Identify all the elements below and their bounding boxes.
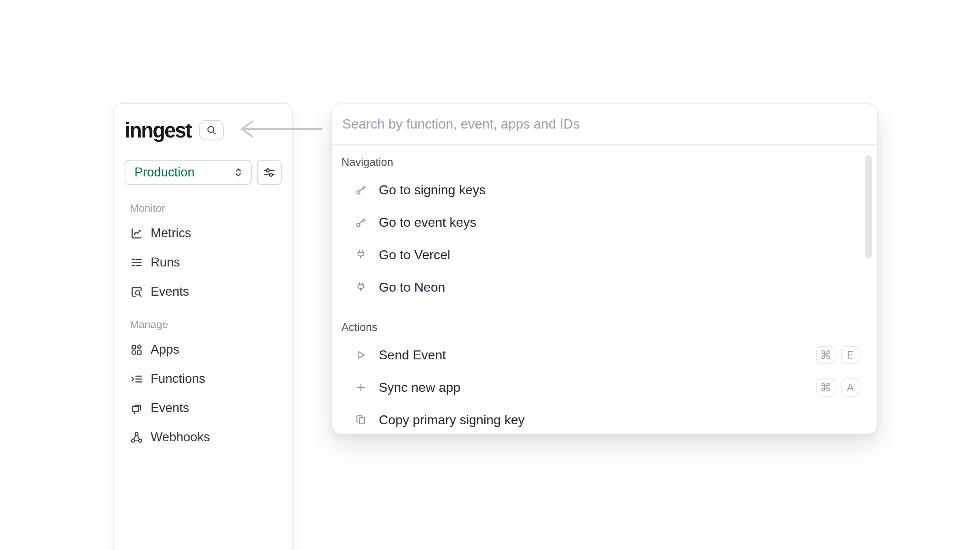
sidebar-nav: Monitor Metrics Runs	[130, 202, 282, 452]
command-palette: Navigation Go to signing keys Go to e	[331, 103, 878, 434]
section-label-manage: Manage	[130, 318, 282, 331]
palette-item-label: Go to event keys	[379, 215, 476, 230]
sidebar-item-webhooks[interactable]: Webhooks	[130, 423, 282, 452]
sidebar-item-label: Events	[151, 284, 189, 299]
group-label-actions: Actions	[341, 321, 877, 334]
environment-selected-value: Production	[134, 165, 194, 180]
environment-filter-button[interactable]	[257, 160, 282, 185]
section-label-monitor: Monitor	[130, 202, 282, 215]
chevron-updown-icon	[232, 166, 244, 178]
sidebar-item-metrics[interactable]: Metrics	[130, 219, 282, 248]
sidebar-item-runs[interactable]: Runs	[130, 248, 282, 277]
sliders-icon	[262, 165, 276, 179]
search-icon	[206, 125, 217, 136]
sidebar-item-label: Functions	[151, 372, 205, 386]
play-icon	[355, 349, 367, 361]
events-icon	[130, 402, 143, 415]
palette-item-copy-primary-signing-key[interactable]: Copy primary signing key	[332, 404, 877, 434]
palette-item-send-event[interactable]: Send Event ⌘ E	[332, 339, 877, 371]
sidebar-item-functions[interactable]: Functions	[130, 364, 282, 393]
letter-key: A	[841, 378, 859, 397]
environment-row: Production	[125, 160, 282, 185]
events-search-icon	[130, 285, 143, 299]
cmd-key: ⌘	[816, 346, 835, 364]
app-canvas: inngest Production	[0, 0, 980, 550]
sidebar-item-events-manage[interactable]: Events	[130, 393, 282, 423]
sidebar-item-label: Apps	[151, 342, 179, 357]
shortcut-keys: ⌘ E	[816, 346, 859, 364]
palette-search-input[interactable]	[341, 116, 868, 132]
metrics-icon	[130, 227, 143, 240]
plug-icon	[355, 281, 367, 293]
key-icon	[355, 184, 367, 196]
webhooks-icon	[130, 431, 143, 444]
plus-icon	[355, 382, 367, 393]
functions-icon	[130, 372, 143, 386]
palette-item-label: Go to Vercel	[379, 247, 450, 262]
plug-icon	[355, 249, 367, 260]
runs-icon	[130, 256, 143, 269]
environment-select[interactable]: Production	[125, 160, 252, 185]
palette-item-go-to-vercel[interactable]: Go to Vercel	[332, 238, 877, 271]
palette-item-label: Go to signing keys	[379, 183, 486, 198]
cmd-key: ⌘	[816, 378, 835, 397]
sidebar-item-label: Events	[151, 401, 189, 415]
sidebar-item-label: Runs	[151, 255, 180, 270]
shortcut-keys: ⌘ A	[816, 378, 859, 397]
sidebar-item-events-monitor[interactable]: Events	[130, 277, 282, 306]
palette-results: Navigation Go to signing keys Go to e	[332, 156, 877, 434]
sidebar-item-apps[interactable]: Apps	[130, 335, 282, 364]
key-icon	[355, 217, 367, 228]
sidebar: inngest Production	[113, 103, 293, 550]
palette-item-label: Send Event	[379, 348, 446, 363]
palette-scrollbar-thumb[interactable]	[865, 155, 872, 258]
letter-key: E	[841, 346, 859, 364]
callout-arrow-icon	[237, 119, 324, 139]
inngest-logo: inngest	[125, 120, 191, 141]
sidebar-item-label: Metrics	[151, 226, 191, 241]
palette-item-go-to-signing-keys[interactable]: Go to signing keys	[332, 174, 877, 206]
copy-icon	[355, 414, 367, 425]
palette-item-label: Sync new app	[379, 380, 460, 395]
palette-item-label: Go to Neon	[379, 280, 445, 295]
palette-item-sync-new-app[interactable]: Sync new app ⌘ A	[332, 371, 877, 404]
palette-item-go-to-event-keys[interactable]: Go to event keys	[332, 206, 877, 238]
sidebar-item-label: Webhooks	[151, 430, 210, 445]
search-button[interactable]	[199, 120, 224, 140]
group-label-navigation: Navigation	[341, 156, 877, 169]
palette-item-go-to-neon[interactable]: Go to Neon	[332, 271, 877, 303]
palette-search-row	[332, 104, 877, 145]
apps-icon	[130, 343, 143, 357]
palette-item-label: Copy primary signing key	[379, 412, 525, 428]
